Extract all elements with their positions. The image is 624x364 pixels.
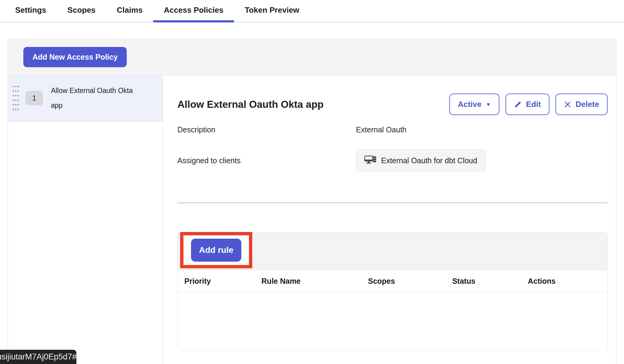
monitor-database-icon (364, 155, 377, 166)
rules-table-empty-body (178, 293, 607, 350)
policy-info: Description External Oauth Assigned to c… (177, 125, 608, 172)
column-priority: Priority (178, 277, 261, 286)
link-preview-text: usijiutarM7Aj0Ep5d7# (0, 352, 76, 362)
delete-button[interactable]: Delete (555, 94, 608, 115)
section-divider (177, 203, 608, 203)
assigned-to-clients-label: Assigned to clients (177, 156, 356, 165)
column-actions: Actions (528, 277, 607, 286)
tab-scopes[interactable]: Scopes (57, 0, 106, 22)
policy-list-item[interactable]: 1 Allow External Oauth Okta app (8, 75, 163, 121)
tab-settings[interactable]: Settings (5, 0, 57, 22)
rules-table-header: Priority Rule Name Scopes Status Actions (178, 270, 607, 293)
policy-detail-header: Allow External Oauth Okta app Active ▼ E… (177, 94, 608, 115)
chevron-down-icon: ▼ (486, 102, 491, 107)
assigned-client-chip[interactable]: External Oauth for dbt Cloud (356, 149, 485, 172)
policy-priority-badge: 1 (25, 91, 43, 105)
policy-item-name: Allow External Oauth Okta app (51, 83, 142, 113)
policy-detail-panel: Allow External Oauth Okta app Active ▼ E… (163, 75, 616, 364)
tab-bar: Settings Scopes Claims Access Policies T… (0, 0, 624, 22)
assigned-client-name: External Oauth for dbt Cloud (381, 156, 477, 165)
access-policies-page: Settings Scopes Claims Access Policies T… (0, 0, 624, 364)
annotation-highlight-box: Add rule (180, 232, 252, 268)
column-rule-name: Rule Name (261, 277, 368, 286)
description-label: Description (177, 125, 356, 134)
active-status-label: Active (458, 100, 481, 109)
link-preview-tooltip: usijiutarM7Aj0Ep5d7# (0, 350, 76, 364)
pencil-icon (514, 101, 522, 108)
access-policies-card: Add New Access Policy (8, 39, 616, 364)
tab-claims[interactable]: Claims (106, 0, 153, 22)
delete-button-label: Delete (575, 100, 599, 109)
policy-card-body: 1 Allow External Oauth Okta app Allow Ex… (8, 75, 616, 364)
description-value: External Oauth (356, 125, 608, 134)
add-new-access-policy-button[interactable]: Add New Access Policy (23, 47, 127, 67)
tab-token-preview[interactable]: Token Preview (234, 0, 310, 22)
rules-card: Add rule Priority Rule Name Scopes Statu… (177, 232, 608, 351)
policy-card-header: Add New Access Policy (8, 39, 616, 75)
policy-list: 1 Allow External Oauth Okta app (8, 75, 163, 364)
active-status-dropdown-button[interactable]: Active ▼ (449, 94, 499, 115)
close-icon (564, 101, 571, 108)
column-scopes: Scopes (368, 277, 452, 286)
edit-button-label: Edit (526, 100, 541, 109)
add-rule-button[interactable]: Add rule (191, 239, 241, 262)
policy-title: Allow External Oauth Okta app (177, 99, 324, 110)
drag-handle-icon[interactable] (13, 86, 19, 110)
rules-card-header: Add rule (178, 233, 607, 270)
edit-button[interactable]: Edit (505, 94, 549, 115)
column-status: Status (452, 277, 528, 286)
tab-access-policies[interactable]: Access Policies (153, 0, 234, 22)
policy-action-buttons: Active ▼ Edit (449, 94, 608, 115)
